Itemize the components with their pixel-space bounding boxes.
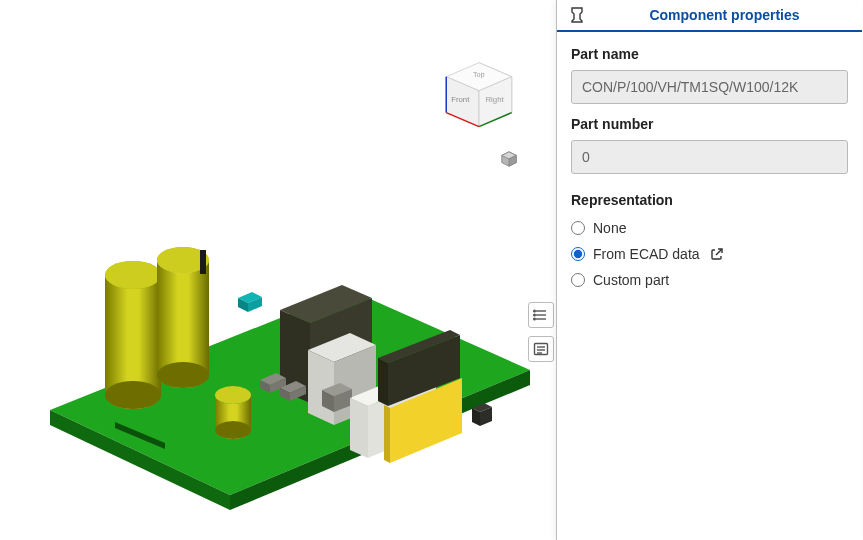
panel-tab-title: Component properties xyxy=(597,7,852,23)
representation-option-ecad[interactable]: From ECAD data xyxy=(571,246,848,262)
radio-none-label: None xyxy=(593,220,626,236)
svg-point-17 xyxy=(105,261,161,289)
pcb-3d-model[interactable] xyxy=(20,180,540,520)
part-name-field[interactable] xyxy=(571,70,848,104)
radio-ecad[interactable] xyxy=(571,247,585,261)
3d-viewport[interactable]: Top Front Right xyxy=(0,0,555,540)
svg-point-22 xyxy=(215,386,251,404)
details-view-button[interactable] xyxy=(528,336,554,362)
svg-marker-42 xyxy=(350,398,368,458)
svg-point-21 xyxy=(215,421,251,439)
external-link-icon[interactable] xyxy=(710,247,724,261)
svg-point-57 xyxy=(534,318,536,320)
svg-marker-45 xyxy=(378,358,388,406)
representation-label: Representation xyxy=(571,192,848,208)
radio-none[interactable] xyxy=(571,221,585,235)
representation-group: None From ECAD data Custom part xyxy=(571,220,848,288)
svg-marker-48 xyxy=(384,405,390,463)
capacitor-large-1 xyxy=(105,261,161,409)
nav-cube-front-label: Front xyxy=(451,95,470,104)
capacitor-small xyxy=(215,386,251,439)
component-icon xyxy=(567,5,587,25)
small-teal-chip xyxy=(238,292,262,312)
svg-point-56 xyxy=(534,314,536,316)
list-view-button[interactable] xyxy=(528,302,554,328)
shading-mode-icon[interactable] xyxy=(500,150,518,168)
navigation-cube[interactable]: Top Front Right xyxy=(440,58,518,136)
representation-option-custom[interactable]: Custom part xyxy=(571,272,848,288)
radio-ecad-label: From ECAD data xyxy=(593,246,700,262)
representation-option-none[interactable]: None xyxy=(571,220,848,236)
part-number-label: Part number xyxy=(571,116,848,132)
part-number-field[interactable] xyxy=(571,140,848,174)
radio-custom-label: Custom part xyxy=(593,272,669,288)
panel-tab[interactable]: Component properties xyxy=(557,0,862,32)
properties-panel: Component properties Part name Part numb… xyxy=(556,0,862,540)
radio-custom[interactable] xyxy=(571,273,585,287)
small-black-post xyxy=(200,250,206,274)
svg-point-16 xyxy=(105,381,161,409)
svg-point-55 xyxy=(534,310,536,312)
nav-cube-right-label: Right xyxy=(485,95,504,104)
svg-point-19 xyxy=(157,362,209,388)
part-name-label: Part name xyxy=(571,46,848,62)
